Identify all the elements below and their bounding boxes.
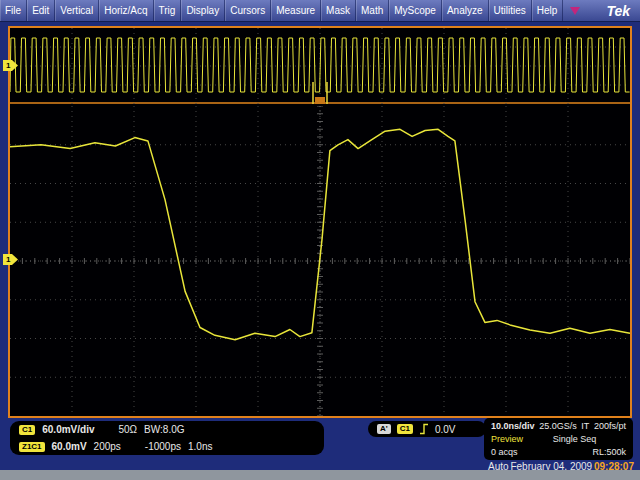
- zoom-position: -1000ps: [145, 441, 181, 452]
- menu-trig[interactable]: Trig: [154, 0, 182, 21]
- acq-mode: Single Seq: [553, 434, 597, 444]
- sample-resolution: 200fs/pt: [594, 421, 626, 431]
- trigger-readout-box[interactable]: A' C1 0.0V: [368, 421, 486, 437]
- menu-utilities[interactable]: Utilities: [489, 0, 532, 21]
- menu-horiz-acq[interactable]: Horiz/Acq: [99, 0, 153, 21]
- zoom-position-handle[interactable]: [315, 97, 325, 104]
- zoom1-channel1-badge: Z1C1: [19, 442, 45, 452]
- waveform-display: [8, 26, 632, 418]
- overview-plot: [10, 28, 630, 104]
- bottom-taskbar: [0, 470, 640, 480]
- channel-scale: 60.0mV/div: [42, 424, 94, 435]
- horizontal-readout-box[interactable]: 10.0ns/div 25.0GS/s IT 200fs/pt Preview …: [484, 418, 633, 460]
- sample-mode: IT: [581, 421, 589, 431]
- channel-readout-box[interactable]: C1 60.0mV/div 50Ω BW:8.0G Z1C1 60.0mV 20…: [10, 421, 324, 455]
- menu-bar: File Edit Vertical Horiz/Acq Trig Displa…: [0, 0, 640, 22]
- zoom-duration: 1.0ns: [188, 441, 212, 452]
- sample-rate: 25.0GS/s: [539, 421, 577, 431]
- main-plot: [10, 106, 630, 416]
- tek-logo: Tek: [596, 0, 640, 21]
- menu-vertical[interactable]: Vertical: [55, 0, 99, 21]
- channel-readout-row: C1 60.0mV/div 50Ω BW:8.0G: [19, 424, 315, 435]
- acq-count-row: 0 acqs RL:500k: [491, 447, 626, 457]
- menu-myscope[interactable]: MyScope: [389, 0, 442, 21]
- menu-display[interactable]: Display: [181, 0, 225, 21]
- channel-bandwidth: BW:8.0G: [144, 424, 184, 435]
- trigger-source-badge: C1: [397, 424, 413, 434]
- zoom-graticule: [10, 106, 630, 416]
- menu-help[interactable]: Help: [532, 0, 564, 21]
- acq-state-row: Preview Single Seq: [491, 434, 626, 444]
- timebase-row: 10.0ns/div 25.0GS/s IT 200fs/pt: [491, 421, 626, 431]
- preview-state: Preview: [491, 434, 523, 444]
- channel1-badge: C1: [19, 425, 35, 435]
- overview-trace: [10, 38, 630, 92]
- channel-termination: 50Ω: [119, 424, 138, 435]
- menu-cursors[interactable]: Cursors: [225, 0, 271, 21]
- zoom-readout-row: Z1C1 60.0mV 200ps -1000ps 1.0ns: [19, 441, 315, 452]
- menu-mask[interactable]: Mask: [321, 0, 356, 21]
- trigger-level: 0.0V: [435, 424, 456, 435]
- app-triangle-icon: [570, 7, 580, 15]
- record-length: RL:500k: [592, 447, 626, 457]
- menu-file[interactable]: File: [0, 0, 27, 21]
- app-launcher-button[interactable]: [563, 0, 587, 21]
- menu-math[interactable]: Math: [356, 0, 389, 21]
- menu-edit[interactable]: Edit: [27, 0, 55, 21]
- zoom-horizontal-scale: 200ps: [94, 441, 121, 452]
- zoom-vertical-scale: 60.0mV: [52, 441, 87, 452]
- timebase-scale: 10.0ns/div: [491, 421, 535, 431]
- acquisition-overview-strip: [10, 28, 630, 104]
- rising-edge-icon: [419, 423, 429, 435]
- menu-analyze[interactable]: Analyze: [442, 0, 489, 21]
- trigger-a-badge: A': [377, 424, 391, 434]
- menu-measure[interactable]: Measure: [271, 0, 321, 21]
- acq-count: 0 acqs: [491, 447, 518, 457]
